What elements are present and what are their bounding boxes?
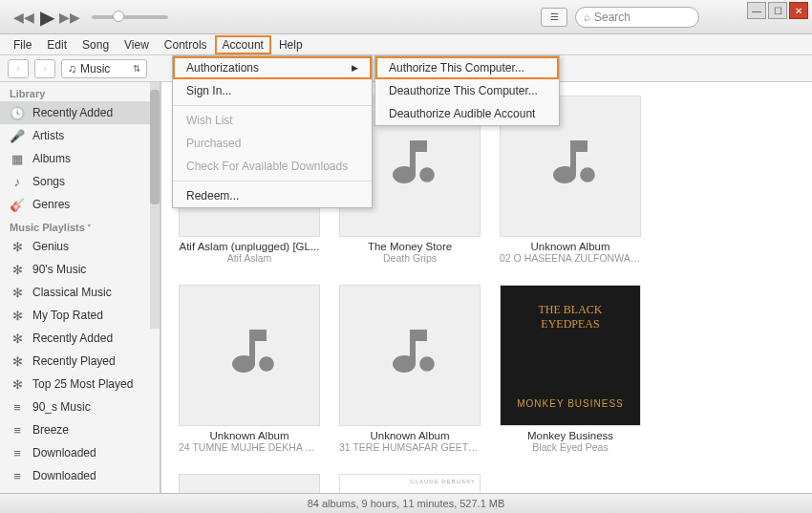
album-art[interactable]: CLAUDE DEBUSSYRICHARDSTOLTZMANMAID WITH … [339,474,481,493]
sidebar-item-label: Recently Played [32,354,116,368]
sidebar-playlist-genius[interactable]: ✻Genius [0,235,160,258]
next-button[interactable]: ▶▶ [59,7,80,28]
sidebar-playlist-classical-music[interactable]: ✻Classical Music [0,281,160,304]
album-art[interactable] [179,474,320,493]
list-icon: ≡ [10,422,25,438]
album-item[interactable]: Unknown Album 18 HAY HAY YEH NIGAHEN [179,474,320,493]
submenu-item-deauthorize-audible-account[interactable]: Deauthorize Audible Account [375,102,559,125]
album-item[interactable]: Unknown Album 31 TERE HUMSAFAR GEET HAI.… [339,285,481,453]
sidebar-header-playlists[interactable]: Music Playlists [0,216,160,235]
album-artist: 02 O HASEENA ZULFONWALE... [500,252,641,264]
sidebar-library-recently-added[interactable]: 🕓Recently Added [0,101,160,124]
sidebar: Library 🕓Recently Added🎤Artists▦Albums♪S… [0,82,160,493]
sidebar-item-label: Albums [32,152,71,165]
svg-point-1 [419,167,435,182]
album-art[interactable] [339,285,481,426]
sidebar-item-label: Top 25 Most Played [32,377,133,391]
clock-icon: 🕓 [10,105,25,120]
album-art[interactable] [179,285,320,426]
authorizations-submenu: Authorize This Computer...Deauthorize Th… [374,55,560,126]
gear-icon: ✻ [10,239,25,254]
sidebar-playlist-90-s-music[interactable]: ≡90_s Music [0,395,160,418]
menu-view[interactable]: View [117,35,157,54]
sidebar-library-genres[interactable]: 🎸Genres [0,193,160,216]
svg-point-4 [419,356,435,372]
svg-point-3 [259,356,274,372]
sidebar-playlist-downloaded[interactable]: ≡Downloaded [0,464,160,487]
menu-item-check-for-available-downloads: Check For Available Downloads [173,155,372,178]
sidebar-item-label: Genres [32,198,70,211]
sidebar-library-albums[interactable]: ▦Albums [0,147,160,170]
list-icon: ≡ [10,399,25,415]
album-title: Unknown Album [179,430,320,441]
gear-icon: ✻ [10,262,25,277]
menu-item-label: Authorize This Computer... [389,61,524,75]
menu-item-authorizations[interactable]: Authorizations▶ [173,56,372,79]
menu-item-redeem[interactable]: Redeem... [173,184,372,207]
sidebar-item-label: Genius [32,240,69,253]
library-selector[interactable]: ♫ Music ⇅ [61,59,147,78]
maximize-button[interactable]: ☐ [768,2,787,19]
menu-item-label: Deauthorize This Computer... [389,84,538,97]
submenu-item-deauthorize-this-computer[interactable]: Deauthorize This Computer... [375,79,559,102]
sidebar-playlist-top-25-most-played[interactable]: ✻Top 25 Most Played [0,373,160,395]
statusbar: 84 albums, 9 hours, 11 minutes, 527.1 MB [0,493,812,513]
gear-icon: ✻ [10,285,25,300]
album-item[interactable]: CLAUDE DEBUSSYRICHARDSTOLTZMANMAID WITH … [339,474,481,493]
sidebar-item-label: 90's Music [32,263,86,276]
sidebar-playlist-90-s-music[interactable]: ✻90's Music [0,258,160,281]
sidebar-scrollbar[interactable] [150,82,160,329]
sidebar-playlist-downloaded[interactable]: ≡Downloaded [0,441,160,464]
grid-icon: ▦ [10,151,25,166]
scroll-thumb[interactable] [150,90,160,204]
chevron-updown-icon: ⇅ [133,63,140,74]
menu-file[interactable]: File [6,35,39,54]
volume-slider[interactable] [92,15,168,19]
volume-knob[interactable] [113,11,124,22]
album-item[interactable]: THE BLACKEYEDPEASMONKEY BUSINESS Monkey … [500,285,641,453]
menu-controls[interactable]: Controls [157,35,215,54]
sidebar-playlist-breeze[interactable]: ≡Breeze [0,418,160,441]
sidebar-item-label: Classical Music [32,286,112,299]
menu-account[interactable]: Account [215,35,271,54]
search-input[interactable]: ⌕ Search [575,7,699,28]
menu-item-wish-list: Wish List [173,109,372,132]
album-title: Atif Aslam (unplugged) [GL... [179,241,320,252]
sidebar-playlist-my-top-rated[interactable]: ✻My Top Rated [0,304,160,327]
sidebar-item-label: Recently Added [32,331,113,345]
search-icon: ⌕ [584,11,590,24]
sidebar-playlist-drm-music[interactable]: ≡DRM Music [0,487,160,493]
back-button[interactable]: ‹ [8,59,29,78]
sidebar-item-label: Downloaded [32,469,96,482]
prev-button[interactable]: ◀◀ [13,7,34,28]
gear-icon: ✻ [10,331,25,346]
menu-item-label: Redeem... [186,189,239,203]
sidebar-playlist-recently-added[interactable]: ✻Recently Added [0,327,160,350]
album-artist: Death Grips [339,252,481,264]
album-artist: Black Eyed Peas [500,441,641,453]
submenu-item-authorize-this-computer[interactable]: Authorize This Computer... [375,56,559,79]
minimize-button[interactable]: — [747,2,766,19]
menu-item-sign-in[interactable]: Sign In... [173,79,372,102]
mic-icon: 🎤 [10,128,25,143]
gear-icon: ✻ [10,353,25,369]
album-title: Monkey Business [500,430,641,441]
menu-song[interactable]: Song [75,35,117,54]
album-art[interactable]: THE BLACKEYEDPEASMONKEY BUSINESS [500,285,641,426]
sidebar-library-songs[interactable]: ♪Songs [0,170,160,193]
play-button[interactable]: ▶ [36,7,57,28]
playback-controls: ◀◀ ▶ ▶▶ [13,7,80,28]
menu-help[interactable]: Help [271,35,310,54]
close-button[interactable]: ✕ [789,2,808,19]
sidebar-library-artists[interactable]: 🎤Artists [0,124,160,147]
menu-item-label: Wish List [186,114,233,127]
sidebar-playlist-recently-played[interactable]: ✻Recently Played [0,350,160,373]
sidebar-item-label: Songs [32,175,65,188]
forward-button[interactable]: › [34,59,55,78]
menu-item-label: Sign In... [186,84,231,97]
menu-edit[interactable]: Edit [39,35,75,54]
album-item[interactable]: Unknown Album 24 TUMNE MUJHE DEKHA HO... [179,285,320,453]
list-view-button[interactable]: ☰ [541,8,567,27]
sidebar-item-label: Downloaded [32,446,96,460]
menu-item-purchased: Purchased [173,132,372,155]
